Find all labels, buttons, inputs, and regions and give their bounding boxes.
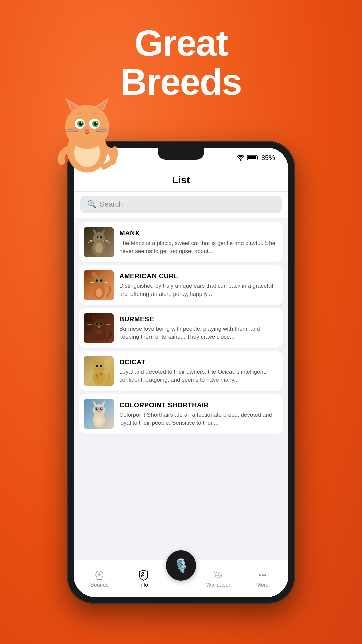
svg-point-35 xyxy=(98,239,100,240)
nav-label-info: Info xyxy=(139,582,148,588)
svg-point-42 xyxy=(100,279,102,282)
breed-info: MANX The Manx is a placid, sweet cat tha… xyxy=(119,229,278,255)
cat-image-svg xyxy=(84,227,114,257)
breed-description: Loyal and devoted to their owners, the O… xyxy=(119,368,278,384)
nav-item-wallpaper[interactable]: Wallpaper xyxy=(196,570,241,588)
svg-point-52 xyxy=(98,326,100,328)
cat-image-svg xyxy=(84,356,114,386)
search-container: 🔍 Search xyxy=(74,192,288,218)
wallpaper-icon xyxy=(213,570,224,581)
search-bar[interactable]: 🔍 Search xyxy=(80,196,282,213)
svg-point-85 xyxy=(259,574,261,576)
breed-info: OCICAT Loyal and devoted to their owners… xyxy=(119,358,278,384)
svg-point-34 xyxy=(100,236,102,238)
search-icon: 🔍 xyxy=(87,200,96,209)
svg-point-70 xyxy=(96,416,102,425)
info-icon xyxy=(138,570,149,581)
svg-marker-28 xyxy=(92,229,97,234)
svg-point-33 xyxy=(97,236,99,238)
svg-point-43 xyxy=(98,282,100,283)
cat-mascot xyxy=(47,94,127,174)
svg-point-2 xyxy=(65,105,109,149)
svg-point-53 xyxy=(96,330,102,334)
svg-point-63 xyxy=(96,365,98,367)
breed-description: Distinguished by truly unique ears that … xyxy=(119,282,278,298)
breed-name: AMERICAN CURL xyxy=(119,272,278,280)
svg-point-80 xyxy=(98,573,101,576)
svg-line-17 xyxy=(62,131,78,131)
bottom-nav: 🎙️ Sounds Info xyxy=(74,560,288,597)
cat-image-svg xyxy=(84,399,114,429)
svg-point-83 xyxy=(217,574,219,576)
svg-point-22 xyxy=(240,159,241,161)
wifi-icon xyxy=(237,154,245,161)
svg-point-55 xyxy=(93,361,105,373)
breed-name: MANX xyxy=(119,229,278,237)
header-line1: Great xyxy=(134,22,227,63)
svg-point-59 xyxy=(100,373,102,375)
breed-card-burmese[interactable]: BURMESE Burmese love being with people, … xyxy=(79,308,283,348)
cat-image-svg xyxy=(84,270,114,300)
svg-point-30 xyxy=(95,243,103,253)
svg-point-84 xyxy=(220,574,222,576)
svg-point-65 xyxy=(98,368,100,369)
svg-marker-29 xyxy=(101,229,106,234)
nav-label-more: More xyxy=(257,582,269,588)
svg-rect-25 xyxy=(248,156,256,159)
breed-image xyxy=(84,227,114,257)
sounds-icon xyxy=(94,570,105,581)
notch xyxy=(158,148,204,160)
svg-point-50 xyxy=(96,323,98,325)
breed-card-colorpoint-shorthair[interactable]: COLORPOINT SHORTHAIR Colorpoint Shorthai… xyxy=(79,394,283,434)
app-header: Great Breeds xyxy=(0,23,362,101)
breed-card-ocicat[interactable]: OCICAT Loyal and devoted to their owners… xyxy=(79,351,283,391)
svg-marker-56 xyxy=(92,357,97,363)
breed-description: Colorpoint Shorthairs are an affectionat… xyxy=(119,411,278,427)
cat-image-svg xyxy=(84,313,114,343)
breed-card-manx[interactable]: MANX The Manx is a placid, sweet cat tha… xyxy=(79,222,283,262)
nav-item-sounds[interactable]: Sounds xyxy=(77,570,122,588)
svg-point-78 xyxy=(95,407,104,414)
svg-point-81 xyxy=(142,572,144,574)
screen-title: List xyxy=(172,174,190,185)
breed-image xyxy=(84,356,114,386)
nav-label-wallpaper: Wallpaper xyxy=(206,582,230,588)
breed-name: BURMESE xyxy=(119,315,278,323)
breed-image xyxy=(84,313,114,343)
svg-marker-47 xyxy=(102,315,107,321)
svg-point-82 xyxy=(215,574,217,576)
svg-rect-24 xyxy=(257,157,258,159)
svg-marker-46 xyxy=(92,315,96,321)
breed-name: OCICAT xyxy=(119,358,278,366)
svg-point-60 xyxy=(97,378,99,380)
breed-image xyxy=(84,399,114,429)
breed-card-american-curl[interactable]: AMERICAN CURL Distinguished by truly uni… xyxy=(79,265,283,305)
status-icons: 85% xyxy=(237,154,275,162)
breed-info: AMERICAN CURL Distinguished by truly uni… xyxy=(119,272,278,298)
battery-percent: 85% xyxy=(261,154,275,162)
search-placeholder: Search xyxy=(100,200,123,209)
svg-point-58 xyxy=(96,374,98,377)
breed-description: The Manx is a placid, sweet cat that is … xyxy=(119,239,278,255)
breed-description: Burmese love being with people, playing … xyxy=(119,325,278,341)
battery-icon xyxy=(247,155,259,161)
nav-label-sounds: Sounds xyxy=(90,582,108,588)
mic-button[interactable]: 🎙️ xyxy=(166,550,196,581)
phone-frame: 10:24 85% xyxy=(67,141,295,604)
svg-point-51 xyxy=(100,323,102,325)
svg-marker-68 xyxy=(92,400,97,406)
screen-content: List 🔍 Search xyxy=(74,168,288,560)
svg-point-15 xyxy=(85,129,89,132)
breed-info: COLORPOINT SHORTHAIR Colorpoint Shorthai… xyxy=(119,401,278,427)
header-line2: Breeds xyxy=(121,61,242,102)
svg-point-13 xyxy=(81,122,82,123)
nav-item-info[interactable]: Info xyxy=(122,570,166,588)
phone-screen: 10:24 85% xyxy=(74,148,288,597)
svg-line-19 xyxy=(96,131,113,131)
breed-image xyxy=(84,270,114,300)
more-icon xyxy=(257,570,268,581)
nav-item-more[interactable]: More xyxy=(241,570,285,588)
svg-point-21 xyxy=(95,127,103,131)
svg-point-14 xyxy=(96,122,97,123)
svg-point-38 xyxy=(96,288,102,297)
